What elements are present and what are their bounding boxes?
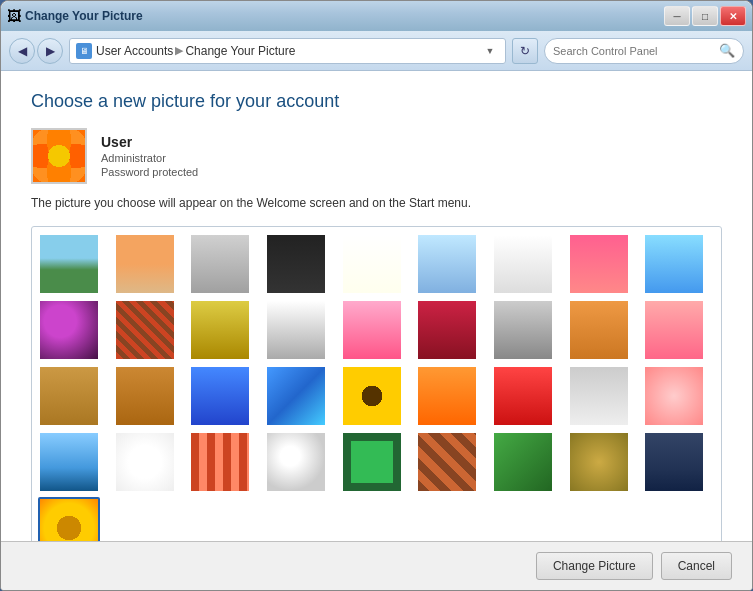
- picture-item-toy-robot[interactable]: [189, 365, 251, 427]
- picture-item-spiral[interactable]: [568, 431, 630, 493]
- picture-item-sunflower[interactable]: [341, 365, 403, 427]
- back-button[interactable]: ◀: [9, 38, 35, 64]
- picture-item-fabric[interactable]: [114, 299, 176, 361]
- picture-item-boat[interactable]: [38, 431, 100, 493]
- picture-item-knit[interactable]: [265, 365, 327, 427]
- user-info: User Administrator Password protected: [31, 128, 722, 184]
- breadcrumb-current: Change Your Picture: [185, 44, 295, 58]
- picture-grid-container: [31, 226, 722, 541]
- picture-item-balloon[interactable]: [492, 365, 554, 427]
- picture-item-dog[interactable]: [114, 365, 176, 427]
- picture-item-ball[interactable]: [38, 299, 100, 361]
- picture-item-rollercoaster[interactable]: [38, 233, 100, 295]
- picture-item-scissors[interactable]: [341, 299, 403, 361]
- picture-item-pattern[interactable]: [416, 431, 478, 493]
- toolbar: ◀ ▶ 🖥 User Accounts ▶ Change Your Pictur…: [1, 31, 752, 71]
- picture-item-marble[interactable]: [265, 431, 327, 493]
- picture-item-butterfly[interactable]: [492, 431, 554, 493]
- picture-item-sunflower2[interactable]: [38, 497, 100, 541]
- bottom-bar: Change Picture Cancel: [1, 541, 752, 590]
- page-title: Choose a new picture for your account: [31, 91, 722, 112]
- user-status: Password protected: [101, 166, 198, 178]
- picture-item-border-collie[interactable]: [265, 299, 327, 361]
- cancel-button[interactable]: Cancel: [661, 552, 732, 580]
- address-dropdown-button[interactable]: ▼: [481, 41, 499, 61]
- picture-item-stripe[interactable]: [189, 431, 251, 493]
- picture-item-lucky-cat[interactable]: [341, 233, 403, 295]
- picture-item-top[interactable]: [416, 233, 478, 295]
- picture-item-fish[interactable]: [416, 365, 478, 427]
- maximize-button[interactable]: □: [692, 6, 718, 26]
- change-picture-button[interactable]: Change Picture: [536, 552, 653, 580]
- picture-grid: [38, 233, 715, 541]
- main-window: 🖼 Change Your Picture ─ □ ✕ ◀ ▶ 🖥 User A…: [0, 0, 753, 591]
- picture-item-spinner[interactable]: [568, 365, 630, 427]
- avatar-image: [33, 130, 85, 182]
- picture-item-abstract[interactable]: [643, 365, 705, 427]
- user-details: User Administrator Password protected: [101, 134, 198, 178]
- avatar: [31, 128, 87, 184]
- window-controls: ─ □ ✕: [664, 6, 746, 26]
- search-input[interactable]: [553, 45, 715, 57]
- nav-buttons: ◀ ▶: [9, 38, 63, 64]
- breadcrumb-separator: ▶: [175, 44, 183, 57]
- user-name: User: [101, 134, 198, 150]
- main-content: Choose a new picture for your account Us…: [1, 71, 752, 541]
- forward-button[interactable]: ▶: [37, 38, 63, 64]
- picture-item-pinwheel[interactable]: [643, 233, 705, 295]
- title-bar: 🖼 Change Your Picture ─ □ ✕: [1, 1, 752, 31]
- window-icon: 🖼: [7, 8, 21, 24]
- description: The picture you choose will appear on th…: [31, 196, 722, 210]
- picture-item-soccer[interactable]: [114, 431, 176, 493]
- breadcrumb-user-accounts[interactable]: User Accounts: [96, 44, 173, 58]
- minimize-button[interactable]: ─: [664, 6, 690, 26]
- address-icon: 🖥: [76, 43, 92, 59]
- breadcrumb: User Accounts ▶ Change Your Picture: [96, 44, 295, 58]
- search-bar[interactable]: 🔍: [544, 38, 744, 64]
- user-role: Administrator: [101, 152, 198, 164]
- picture-item-robot[interactable]: [189, 233, 251, 295]
- address-bar[interactable]: 🖥 User Accounts ▶ Change Your Picture ▼: [69, 38, 506, 64]
- picture-item-kitten[interactable]: [492, 233, 554, 295]
- window-title: Change Your Picture: [25, 9, 143, 23]
- title-bar-left: 🖼 Change Your Picture: [7, 8, 143, 24]
- picture-item-starfish[interactable]: [114, 233, 176, 295]
- picture-item-snowflake[interactable]: [416, 299, 478, 361]
- close-button[interactable]: ✕: [720, 6, 746, 26]
- search-icon[interactable]: 🔍: [719, 43, 735, 58]
- picture-item-lantern[interactable]: [643, 431, 705, 493]
- picture-item-record[interactable]: [265, 233, 327, 295]
- refresh-button[interactable]: ↻: [512, 38, 538, 64]
- picture-item-metal[interactable]: [492, 299, 554, 361]
- picture-item-window-green[interactable]: [341, 431, 403, 493]
- picture-item-pink[interactable]: [643, 299, 705, 361]
- picture-item-stairs[interactable]: [568, 299, 630, 361]
- picture-item-leaf[interactable]: [189, 299, 251, 361]
- picture-item-gerbera[interactable]: [568, 233, 630, 295]
- picture-item-guitar[interactable]: [38, 365, 100, 427]
